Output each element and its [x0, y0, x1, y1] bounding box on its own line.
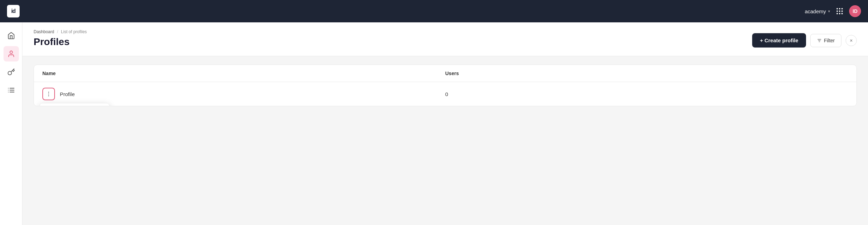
svg-point-0	[10, 51, 12, 53]
svg-point-9	[48, 95, 49, 96]
row-name-cell: Profile	[42, 88, 445, 100]
breadcrumb: Dashboard / List of profiles	[34, 29, 87, 34]
logo: id	[7, 5, 20, 17]
users-count-cell: 0	[445, 91, 848, 97]
page-title: Profiles	[34, 36, 87, 48]
filter-button[interactable]: path{stroke:currentColor;stroke-width:2;…	[810, 34, 841, 47]
create-profile-button[interactable]: + Create profile	[752, 33, 806, 48]
breadcrumb-separator: /	[57, 29, 58, 34]
column-header-name: Name	[42, 71, 445, 76]
table-header-row: Name Users	[34, 65, 856, 82]
navbar-right: academy ▾ ID	[805, 5, 861, 17]
row-actions-button[interactable]	[42, 88, 55, 100]
svg-point-8	[48, 94, 49, 94]
main-content: Dashboard / List of profiles Profiles + …	[22, 22, 868, 225]
sidebar-item-home[interactable]	[4, 28, 19, 43]
content-area: Name Users 3 Profile 0	[22, 56, 868, 115]
column-header-users: Users	[445, 71, 848, 76]
breadcrumb-current: List of profiles	[61, 29, 87, 34]
table-row: 3 Profile 0	[34, 82, 856, 106]
account-name: academy	[805, 8, 826, 14]
header-left: Dashboard / List of profiles Profiles	[34, 29, 87, 48]
page-header: Dashboard / List of profiles Profiles + …	[22, 22, 868, 56]
navbar: id academy ▾ ID	[0, 0, 868, 22]
account-selector[interactable]: academy ▾	[805, 8, 830, 14]
chevron-down-icon: ▾	[828, 9, 830, 14]
profiles-table: Name Users 3 Profile 0	[34, 65, 857, 106]
header-actions: + Create profile path{stroke:currentColo…	[752, 33, 857, 48]
svg-point-7	[48, 92, 49, 93]
row-actions-dropdown: Restore 4 Delete	[40, 103, 110, 106]
three-dots-icon	[46, 91, 52, 97]
apps-grid-icon[interactable]	[836, 8, 843, 14]
sidebar-item-list[interactable]	[4, 82, 19, 98]
filter-icon: path{stroke:currentColor;stroke-width:2;…	[817, 38, 822, 43]
avatar[interactable]: ID	[849, 5, 861, 17]
clear-filter-button[interactable]: ×	[846, 35, 857, 46]
restore-menu-item[interactable]: Restore	[40, 103, 109, 106]
breadcrumb-home-link[interactable]: Dashboard	[34, 29, 54, 34]
sidebar	[0, 22, 22, 225]
navbar-left: id	[7, 5, 20, 17]
sidebar-item-profiles[interactable]	[4, 46, 19, 61]
profile-name: Profile	[60, 91, 75, 97]
sidebar-item-keys[interactable]	[4, 64, 19, 80]
